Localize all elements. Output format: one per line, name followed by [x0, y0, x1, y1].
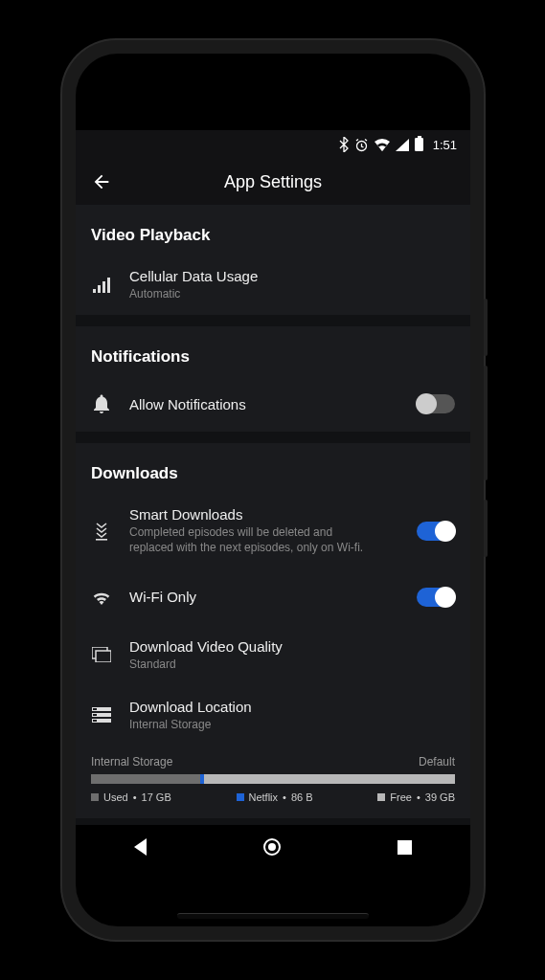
- row-download-location[interactable]: Download Location Internal Storage: [76, 685, 470, 746]
- phone-side-button: [484, 366, 488, 480]
- row-cellular-data[interactable]: Cellular Data Usage Automatic: [76, 255, 470, 315]
- nav-recents-button[interactable]: [397, 840, 412, 855]
- storage-icon: [91, 707, 112, 723]
- alarm-icon: [354, 138, 369, 152]
- section-divider: [76, 818, 470, 825]
- section-header-notifications: Notifications: [76, 326, 470, 376]
- row-download-quality[interactable]: Download Video Quality Standard: [76, 625, 470, 685]
- legend-swatch: [91, 793, 99, 801]
- phone-side-button: [484, 500, 488, 557]
- row-subtitle: Completed episodes will be deleted and r…: [129, 524, 378, 555]
- content-scroll[interactable]: Video Playback Cellular Data Usage Autom…: [76, 205, 470, 825]
- storage-label: Internal Storage: [91, 755, 172, 768]
- bluetooth-icon: [339, 137, 349, 152]
- legend-free: Free • 39 GB: [377, 791, 455, 803]
- wifi-icon: [91, 590, 112, 605]
- nav-home-button[interactable]: [263, 838, 281, 856]
- row-title: Cellular Data Usage: [129, 268, 455, 284]
- svg-rect-7: [96, 651, 111, 662]
- svg-rect-11: [93, 708, 97, 710]
- legend-used: Used • 17 GB: [91, 791, 171, 803]
- system-nav-bar: [76, 825, 470, 869]
- cellular-icon: [396, 139, 409, 151]
- screen: 1:51 App Settings Video Playback Cell: [76, 130, 470, 869]
- nav-back-button[interactable]: [134, 838, 147, 856]
- cellular-bars-icon: [91, 278, 112, 293]
- phone-speaker-bottom: [177, 913, 369, 919]
- row-title: Download Location: [129, 699, 455, 715]
- section-header-playback: Video Playback: [76, 205, 470, 255]
- legend-swatch: [377, 793, 385, 801]
- toggle-smart-downloads[interactable]: [417, 522, 455, 541]
- row-title: Smart Downloads: [129, 506, 399, 523]
- toggle-wifi-only[interactable]: [417, 588, 455, 607]
- svg-rect-13: [93, 720, 97, 722]
- svg-rect-1: [93, 289, 96, 293]
- row-subtitle: Automatic: [129, 286, 378, 301]
- svg-rect-3: [102, 281, 105, 293]
- svg-rect-12: [93, 714, 97, 716]
- svg-rect-2: [98, 285, 101, 293]
- legend-netflix: Netflix • 86 B: [237, 791, 313, 803]
- legend-swatch: [237, 793, 244, 801]
- app-header: App Settings: [76, 159, 470, 205]
- wifi-icon: [375, 139, 390, 151]
- phone-side-button: [484, 299, 488, 356]
- storage-right-label: Default: [419, 755, 455, 768]
- smart-download-icon: [91, 522, 112, 541]
- storage-segment-free: [204, 774, 455, 784]
- row-allow-notifications[interactable]: Allow Notifications: [76, 376, 470, 432]
- back-button[interactable]: [91, 171, 114, 192]
- section-header-downloads: Downloads: [76, 443, 470, 493]
- status-time: 1:51: [433, 138, 457, 152]
- storage-meter: Internal Storage Default Used • 17: [76, 746, 470, 807]
- phone-frame: 1:51 App Settings Video Playback Cell: [62, 40, 484, 940]
- bell-icon: [91, 394, 112, 413]
- row-smart-downloads[interactable]: Smart Downloads Completed episodes will …: [76, 493, 470, 568]
- storage-segment-used: [91, 774, 200, 784]
- row-subtitle: Standard: [129, 657, 378, 672]
- quality-icon: [91, 647, 112, 662]
- row-title: Wi-Fi Only: [129, 589, 399, 605]
- row-wifi-only[interactable]: Wi-Fi Only: [76, 569, 470, 625]
- row-subtitle: Internal Storage: [129, 717, 378, 732]
- status-bar: 1:51: [76, 130, 470, 159]
- row-title: Allow Notifications: [129, 396, 399, 412]
- storage-bar: [91, 774, 455, 784]
- toggle-allow-notifications[interactable]: [417, 394, 455, 413]
- battery-icon: [415, 138, 423, 151]
- section-divider: [76, 315, 470, 326]
- row-title: Download Video Quality: [129, 638, 455, 655]
- svg-rect-4: [107, 278, 110, 293]
- section-divider: [76, 432, 470, 443]
- svg-rect-5: [96, 539, 107, 541]
- page-title: App Settings: [224, 172, 322, 192]
